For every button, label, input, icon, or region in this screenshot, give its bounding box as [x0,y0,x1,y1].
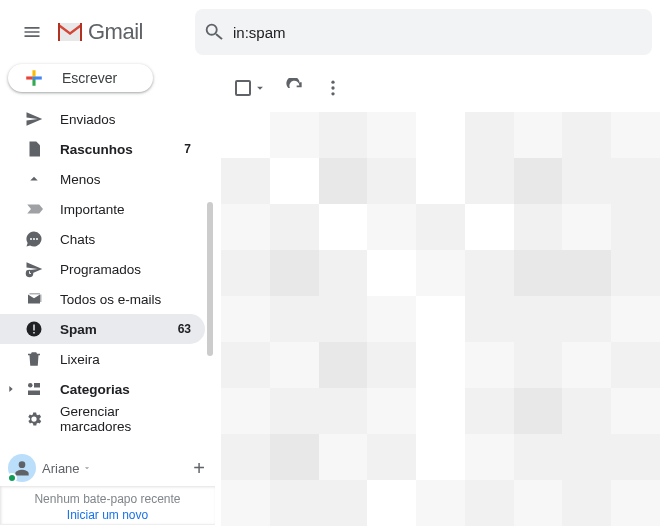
sidebar-item-scheduled[interactable]: Programados [0,254,205,284]
caret-down-icon[interactable] [82,463,92,473]
important-icon [24,200,44,218]
sidebar-item-drafts[interactable]: Rascunhos 7 [0,134,205,164]
sidebar-item-label: Gerenciar marcadores [60,404,191,434]
chevron-up-icon [24,170,44,188]
search-bar[interactable] [195,9,652,55]
more-vert-icon [323,78,343,98]
avatar [8,454,36,482]
hangouts-tabs [0,524,215,528]
sidebar-item-important[interactable]: Importante [0,194,205,224]
sidebar-item-chats[interactable]: Chats [0,224,205,254]
sidebar-item-label: Programados [60,262,191,277]
sidebar-item-allmail[interactable]: Todos os e-mails [0,284,205,314]
svg-point-1 [33,238,35,240]
compose-label: Escrever [62,70,117,86]
svg-rect-5 [33,325,35,331]
file-icon [24,140,44,158]
svg-point-0 [30,238,32,240]
svg-point-14 [331,92,334,95]
hangouts-panel: Ariane + Nenhum bate-papo recente Inicia… [0,448,215,528]
svg-rect-8 [34,383,40,388]
more-button[interactable] [323,78,343,98]
svg-rect-6 [33,332,35,334]
refresh-button[interactable] [285,78,305,98]
sidebar-item-manage-labels[interactable]: Gerenciar marcadores [0,404,205,434]
caret-right-icon[interactable] [0,384,22,394]
hangouts-empty-text: Nenhum bate-papo recente [34,492,180,506]
main-panel [221,64,660,528]
sidebar-item-sent[interactable]: Enviados [0,104,205,134]
mail-toolbar [221,64,660,112]
svg-point-7 [28,383,33,388]
sidebar: Escrever Enviados Rascunhos 7 Menos Impo… [0,64,215,528]
spam-count: 63 [178,322,191,336]
sidebar-item-less[interactable]: Menos [0,164,205,194]
sidebar-scrollbar[interactable] [207,202,213,356]
checkbox-icon[interactable] [235,80,251,96]
sidebar-item-label: Rascunhos [60,142,184,157]
gmail-icon [56,21,84,43]
svg-point-2 [36,238,38,240]
gear-icon [24,410,44,428]
hangouts-empty-state: Nenhum bate-papo recente Iniciar um novo [0,486,215,524]
hamburger-icon [22,22,42,42]
sidebar-item-label: Enviados [60,112,191,127]
hangouts-username: Ariane [42,461,80,476]
chat-bubble-icon [24,230,44,248]
sidebar-item-trash[interactable]: Lixeira [0,344,205,374]
gmail-logo[interactable]: Gmail [56,19,143,45]
sidebar-item-label: Lixeira [60,352,191,367]
new-chat-button[interactable]: + [193,457,205,480]
sidebar-item-label: Chats [60,232,191,247]
plus-multicolor-icon [20,64,48,92]
sidebar-item-label: Menos [60,172,191,187]
folder-nav: Enviados Rascunhos 7 Menos Importante Ch… [0,104,215,434]
svg-point-13 [331,86,334,89]
sidebar-item-label: Categorias [60,382,191,397]
sidebar-item-label: Spam [60,322,178,337]
sidebar-item-label: Importante [60,202,191,217]
gmail-wordmark: Gmail [88,19,143,45]
refresh-icon [285,78,305,98]
search-icon[interactable] [203,21,225,43]
hangouts-profile[interactable]: Ariane + [0,448,215,486]
send-icon [24,110,44,128]
stacked-mail-icon [24,290,44,308]
mail-list-blurred [221,112,660,528]
sidebar-item-spam[interactable]: Spam 63 [0,314,205,344]
clock-send-icon [24,260,44,278]
app-header: Gmail [0,0,660,64]
drafts-count: 7 [184,142,191,156]
presence-dot-icon [7,473,17,483]
svg-point-12 [331,81,334,84]
sidebar-item-label: Todos os e-mails [60,292,191,307]
hangouts-start-link[interactable]: Iniciar um novo [10,508,205,522]
main-menu-button[interactable] [12,12,52,52]
select-all[interactable] [235,80,267,96]
search-input[interactable] [225,24,644,41]
compose-button[interactable]: Escrever [8,64,153,92]
categories-icon [24,380,44,398]
trash-icon [24,350,44,368]
spam-icon [24,320,44,338]
sidebar-item-categories[interactable]: Categorias [0,374,205,404]
caret-down-icon[interactable] [253,81,267,95]
